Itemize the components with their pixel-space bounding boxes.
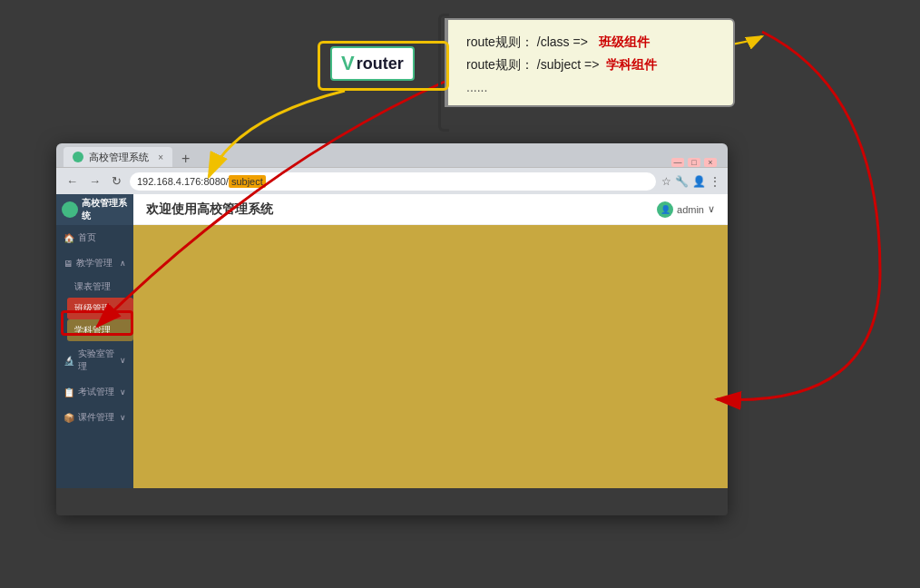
account-btn[interactable]: 👤 bbox=[692, 175, 706, 188]
tab-favicon bbox=[73, 152, 83, 162]
tab-title: 高校管理系统 bbox=[89, 151, 149, 164]
address-highlight: subject bbox=[229, 175, 266, 188]
courseware-icon: 📦 bbox=[64, 413, 74, 423]
chevron-exam-icon: ∨ bbox=[120, 387, 126, 397]
browser-tab[interactable]: 高校管理系统 × bbox=[64, 147, 172, 167]
window-minimize-btn[interactable]: — bbox=[671, 158, 684, 167]
tab-close-btn[interactable]: × bbox=[158, 152, 163, 162]
page-title: 欢迎使用高校管理系统 bbox=[146, 201, 273, 218]
sidebar-item-courseware-label: 课件管理 bbox=[78, 411, 114, 424]
sidebar-item-schedule[interactable]: 课表管理 bbox=[67, 276, 133, 298]
back-btn[interactable]: ← bbox=[64, 172, 81, 190]
menu-btn[interactable]: ⋮ bbox=[710, 175, 720, 188]
address-base: 192.168.4.176:8080/ bbox=[137, 176, 229, 187]
browser-window: 高校管理系统 × + — □ × ← → ↻ 192.168.4.176:808… bbox=[56, 143, 728, 515]
router-badge: V router bbox=[330, 46, 415, 81]
route-rule-1: route规则： /class => 班级组件 bbox=[466, 31, 715, 54]
address-bar-row: ← → ↻ 192.168.4.176:8080/subject ☆ 🔧 👤 ⋮ bbox=[56, 167, 728, 194]
main-body bbox=[133, 225, 728, 488]
teaching-icon: 🖥 bbox=[64, 259, 73, 269]
sidebar-title: 高校管理系统 bbox=[82, 197, 128, 222]
home-icon: 🏠 bbox=[64, 233, 74, 243]
admin-info[interactable]: 👤 admin ∨ bbox=[657, 201, 715, 218]
window-maximize-btn[interactable]: □ bbox=[688, 158, 700, 167]
window-close-btn[interactable]: × bbox=[704, 158, 717, 167]
sidebar-item-exam[interactable]: 📋 考试管理 ∨ bbox=[56, 379, 133, 405]
router-label: router bbox=[357, 54, 404, 74]
vue-v-logo: V bbox=[341, 52, 355, 75]
refresh-btn[interactable]: ↻ bbox=[109, 172, 124, 190]
sidebar-item-home[interactable]: 🏠 首页 bbox=[56, 225, 133, 250]
sidebar-item-class[interactable]: 班级管理 bbox=[67, 298, 133, 319]
sidebar-item-lab[interactable]: 🔬 实验室管理 ∨ bbox=[56, 341, 133, 379]
chevron-courseware-icon: ∨ bbox=[120, 413, 126, 422]
extension-btn[interactable]: 🔧 bbox=[675, 175, 689, 188]
chevron-down-icon: ∧ bbox=[120, 259, 126, 268]
browser-actions: ☆ 🔧 👤 ⋮ bbox=[661, 175, 720, 188]
forward-btn[interactable]: → bbox=[86, 172, 103, 190]
sidebar-item-teaching-label: 教学管理 bbox=[76, 257, 113, 270]
sidebar-sub-teaching: 课表管理 班级管理 学科管理 bbox=[56, 276, 133, 341]
chevron-lab-icon: ∨ bbox=[120, 356, 126, 365]
bracket-left bbox=[438, 14, 449, 132]
address-bar[interactable]: 192.168.4.176:8080/subject bbox=[130, 172, 656, 191]
sidebar-item-courseware[interactable]: 📦 课件管理 ∨ bbox=[56, 405, 133, 430]
sidebar-item-subject[interactable]: 学科管理 bbox=[67, 319, 133, 341]
sidebar-item-lab-label: 实验室管理 bbox=[78, 348, 116, 373]
admin-dropdown-icon: ∨ bbox=[708, 203, 715, 215]
lab-icon: 🔬 bbox=[64, 356, 74, 366]
browser-content: 高校管理系统 🏠 首页 🖥 教学管理 ∧ 课表管理 班级管理 学科管理 🔬 实验… bbox=[56, 194, 728, 488]
main-header: 欢迎使用高校管理系统 👤 admin ∨ bbox=[133, 194, 728, 225]
sidebar-item-teaching[interactable]: 🖥 教学管理 ∧ bbox=[56, 250, 133, 276]
avatar: 👤 bbox=[657, 201, 673, 218]
sidebar-item-exam-label: 考试管理 bbox=[78, 386, 114, 398]
sidebar-item-home-label: 首页 bbox=[78, 231, 96, 244]
exam-icon: 📋 bbox=[64, 387, 74, 397]
route-rules-box: route规则： /class => 班级组件 route规则： /subjec… bbox=[445, 18, 735, 107]
sidebar-logo bbox=[62, 201, 78, 218]
sidebar-header: 高校管理系统 bbox=[56, 194, 133, 225]
app-sidebar: 高校管理系统 🏠 首页 🖥 教学管理 ∧ 课表管理 班级管理 学科管理 🔬 实验… bbox=[56, 194, 133, 488]
admin-label: admin bbox=[677, 204, 704, 215]
route-rule-2: route规则： /subject => 学科组件 bbox=[466, 54, 715, 76]
route-dots: ...... bbox=[466, 80, 715, 94]
browser-tab-bar: 高校管理系统 × + — □ × bbox=[56, 143, 728, 167]
main-content-area: 欢迎使用高校管理系统 👤 admin ∨ bbox=[133, 194, 728, 488]
new-tab-btn[interactable]: + bbox=[176, 151, 195, 167]
bookmark-btn[interactable]: ☆ bbox=[661, 175, 671, 188]
